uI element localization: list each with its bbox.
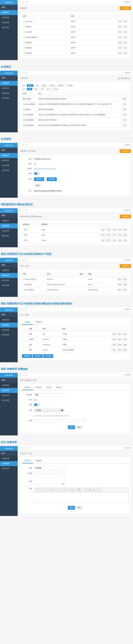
sidebar-item-module[interactable]: 模块管理	[0, 223, 18, 228]
topbar: ≡ ⌂ ↻ admin ▾	[18, 0, 133, 4]
link-icon[interactable]: 🔗	[85, 489, 88, 492]
sidebar-item-app[interactable]: 应用管理	[0, 10, 18, 15]
list-icon[interactable]: ⋮	[81, 489, 84, 492]
table-row: ⊞ Layui组件运行中设置管理	[22, 29, 129, 35]
group-button[interactable]: 显示分组	[43, 354, 53, 358]
table-row: ⊡ KindEditor编辑器运行中设置管理	[22, 35, 129, 40]
enable-toggle[interactable]	[34, 404, 39, 406]
store-button[interactable]: + 应用商店	[120, 149, 131, 153]
tab-perm[interactable]: 权限设置	[33, 459, 44, 463]
breadcrumb: 应用管理	[20, 7, 27, 10]
breadcrumb: ○ 应用商店	[20, 77, 28, 79]
keywords-input[interactable]	[34, 472, 64, 475]
settings-button[interactable]: 设置	[117, 20, 122, 23]
app-table: 应用状态 ⊙ ClassCMS运行中设置管理 ⊡ 管理后台运行中设置管理 ⊞ L…	[22, 14, 129, 56]
status-toggle[interactable]	[34, 172, 39, 175]
uninstall-button[interactable]: 卸载	[122, 98, 127, 100]
sidebar-section: 管理	[0, 5, 18, 10]
bold-icon[interactable]: B	[53, 489, 56, 492]
download-button[interactable]: 下载	[122, 103, 127, 105]
redo-icon[interactable]: ↷	[39, 489, 42, 492]
table-row: ☰ 应用商店运行中设置管理	[22, 40, 129, 45]
tab-attr[interactable]: 属性设置	[22, 459, 33, 463]
bg-icon[interactable]: ▣	[70, 489, 73, 492]
tab-perm[interactable]: 权限设置	[33, 385, 44, 390]
breadcrumb: 文章 > 页面	[20, 265, 29, 267]
image-icon[interactable]: 🖼	[88, 489, 91, 492]
back-button[interactable]: 返回	[75, 425, 83, 429]
sidebar-item-column[interactable]: 栏目管理	[0, 20, 18, 25]
table-row: ⊙ ClassCMS运行中设置管理	[22, 19, 129, 24]
field-name-input[interactable]	[34, 393, 64, 396]
editor-toolbar: ↶↷✂⎘📋BIUSA▣≡≣⋮🔗🖼⊞<>⛶	[34, 488, 129, 493]
backend-menu-button[interactable]: 后台菜单	[47, 177, 57, 181]
breadcrumb: 应用管理 > 栏目菜单	[20, 150, 36, 152]
italic-icon[interactable]: I	[56, 489, 59, 492]
table-row: ☰ 栏目菜单运行中设置管理	[22, 51, 129, 56]
title-input[interactable]	[34, 466, 64, 469]
external-link[interactable]: 🔒 ClassCMS.COM	[117, 77, 131, 79]
code-icon[interactable]: <>	[95, 489, 98, 492]
breadcrumb: 模型管理 默认应用[template]	[20, 215, 42, 218]
app-icon: ⊙	[23, 21, 25, 22]
sidebar-item-app[interactable]: 应用管理	[0, 81, 18, 86]
home-icon[interactable]: ⌂	[23, 1, 24, 3]
dev-link[interactable]: ClassCMS [http://classcms.com]	[34, 168, 56, 170]
tab-simple[interactable]: 简易设置	[33, 320, 44, 325]
brand: ClassCMS	[0, 0, 18, 5]
section-title: 应用商店	[0, 63, 133, 71]
fullscreen-icon[interactable]: ⛶	[99, 489, 102, 492]
breadcrumb: 设置 > 标题[title] 管理	[20, 379, 131, 382]
reinstall-button[interactable]: 重新安装	[34, 177, 44, 181]
tab-default[interactable]: 默认值	[44, 385, 54, 390]
cut-icon[interactable]: ✂	[42, 489, 45, 492]
tab-basic[interactable]: 基础设置	[22, 320, 33, 325]
undo-icon[interactable]: ↶	[35, 489, 38, 492]
breadcrumb: 单页 > 变量	[20, 314, 131, 316]
copy-icon[interactable]: ⎘	[46, 489, 49, 492]
table-row: ⊡ 默认模板运行中设置管理	[22, 45, 129, 51]
save-button[interactable]: 保存	[68, 506, 75, 510]
editor-content[interactable]	[34, 493, 129, 503]
desc-textarea[interactable]	[34, 477, 64, 485]
sidebar-item-column[interactable]: 栏目管理	[0, 461, 18, 466]
refresh-icon[interactable]: ↻	[26, 1, 27, 3]
filter-tag[interactable]: 后台UI	[27, 84, 34, 87]
tab-extra[interactable]: 附加值	[54, 385, 63, 390]
paste-icon[interactable]: 📋	[49, 489, 52, 492]
new-var-button[interactable]: 新建变量	[22, 354, 32, 358]
manage-button[interactable]: 管理	[123, 20, 128, 23]
align-left-icon[interactable]: ≡	[74, 489, 77, 492]
align-center-icon[interactable]: ≣	[77, 489, 81, 492]
tab-attr[interactable]: 属性设置	[22, 385, 33, 390]
quick-input[interactable]	[34, 419, 85, 422]
create-page-button[interactable]: + 创建页面	[120, 264, 131, 268]
sort-button[interactable]: 整理排序	[33, 354, 43, 358]
menu-icon[interactable]: ≡	[20, 1, 21, 3]
breadcrumb: 后台首页 > 单页	[20, 452, 131, 455]
back-button[interactable]: 返回	[75, 506, 83, 510]
color-icon[interactable]: A	[67, 489, 70, 492]
save-button[interactable]: 保存	[68, 425, 75, 429]
type-select[interactable]: 文本框	[34, 409, 64, 412]
table-icon[interactable]: ⊞	[92, 489, 95, 492]
sidebar-item-module[interactable]: 模块管理	[0, 15, 18, 20]
add-app-button[interactable]: + 应用商店	[120, 6, 131, 10]
user-menu[interactable]: admin ▾	[125, 1, 131, 3]
table-row: ⊡ 管理后台运行中设置管理	[22, 24, 129, 29]
create-model-button[interactable]: + 创建模型	[120, 215, 131, 218]
sidebar-item-user[interactable]: 用户管理	[0, 25, 18, 30]
strike-icon[interactable]: S	[63, 489, 66, 492]
underline-icon[interactable]: U	[60, 489, 63, 492]
uninstall-button[interactable]: 卸载	[34, 184, 41, 187]
